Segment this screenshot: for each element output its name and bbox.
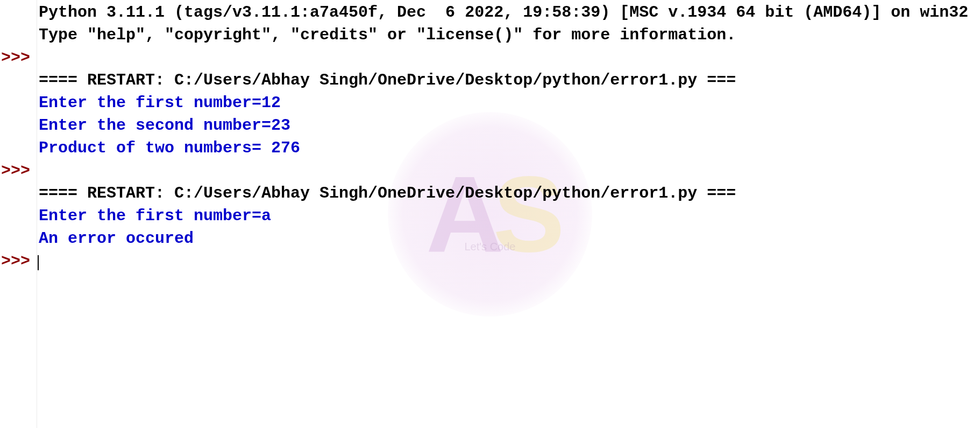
restart-banner: ==== RESTART: C:/Users/Abhay Singh/OneDr… bbox=[39, 69, 980, 92]
program-output: Enter the first number=12 bbox=[39, 92, 980, 114]
prompt-marker: >>> bbox=[0, 46, 39, 69]
program-output: Enter the first number=a bbox=[39, 205, 980, 227]
prompt-marker: >>> bbox=[0, 159, 39, 182]
shell-input-line[interactable] bbox=[39, 250, 980, 272]
prompt-marker: >>> bbox=[0, 250, 39, 272]
python-version-header: Python 3.11.1 (tags/v3.11.1:a7a450f, Dec… bbox=[39, 1, 980, 24]
program-output: Enter the second number=23 bbox=[39, 114, 980, 137]
restart-banner: ==== RESTART: C:/Users/Abhay Singh/OneDr… bbox=[39, 182, 980, 205]
program-output: Product of two numbers= 276 bbox=[39, 137, 980, 159]
python-shell[interactable]: Python 3.11.1 (tags/v3.11.1:a7a450f, Dec… bbox=[0, 0, 980, 272]
text-cursor bbox=[38, 255, 39, 270]
program-output: An error occured bbox=[39, 227, 980, 250]
python-help-header: Type "help", "copyright", "credits" or "… bbox=[39, 24, 980, 46]
